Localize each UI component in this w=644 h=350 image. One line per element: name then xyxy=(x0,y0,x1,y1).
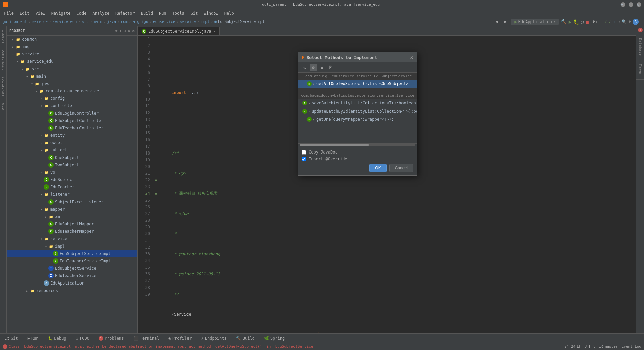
tree-item-EduSubjectService[interactable]: ▸ I EduSubjectService xyxy=(7,265,137,272)
menu-tools[interactable]: Tools xyxy=(170,10,187,16)
dialog-expand-btn[interactable]: ≡ xyxy=(318,64,326,71)
breadcrumb-service[interactable]: service xyxy=(32,19,47,24)
tree-item-src[interactable]: ▾ 📁 src xyxy=(7,65,137,73)
bottom-btn-terminal[interactable]: ⬛ Terminal xyxy=(131,335,161,341)
tree-item-controller[interactable]: ▾ 📁 controller xyxy=(7,102,137,110)
forward-btn[interactable]: ▶ xyxy=(502,18,509,25)
dialog-method-getAllOneTwoSubject[interactable]: m ▸ getAllOneTwoSubject():List<OneSubjec… xyxy=(298,80,417,88)
tree-item-config[interactable]: ▸ 📁 config xyxy=(7,95,137,102)
dialog-method-updateBatchById[interactable]: m ▸ updateBatchById(entityList:Collectio… xyxy=(298,107,417,115)
tree-item-EduApplication[interactable]: ▸ A EduApplication xyxy=(7,279,137,287)
breadcrumb-atguigu[interactable]: atguigu xyxy=(132,19,148,24)
side-tab-commit[interactable]: Commit xyxy=(0,26,6,46)
status-position[interactable]: 24:24 LF xyxy=(564,344,581,349)
tree-item-impl[interactable]: ▾ 📁 impl xyxy=(7,243,137,250)
tab-close-btn[interactable]: × xyxy=(213,29,216,34)
tree-item-mapper[interactable]: ▾ 📁 mapper xyxy=(7,206,137,213)
tree-item-img[interactable]: ▸ 📁 img xyxy=(7,43,137,50)
tree-item-EduTeacherServiceImpl[interactable]: ▸ C EduTeacherServiceImpl xyxy=(7,257,137,265)
dialog-method-saveBatch[interactable]: m ▸ saveBatch(entityList:Collection<T>):… xyxy=(298,99,417,107)
checkbox-copy-javadoc[interactable] xyxy=(302,150,306,155)
run-config-selector[interactable]: ▶ EduApplication ▾ xyxy=(511,19,558,25)
tree-item-OneSubject[interactable]: ▸ C OneSubject xyxy=(7,154,137,161)
sidebar-action-scroll[interactable]: ↕ xyxy=(120,29,122,33)
tree-item-entity[interactable]: ▸ 📁 entity xyxy=(7,132,137,139)
bottom-btn-problems[interactable]: 1 Problems xyxy=(97,335,126,341)
build-btn[interactable]: 🔨 xyxy=(561,19,567,25)
menu-file[interactable]: File xyxy=(1,10,16,16)
tree-item-common[interactable]: ▸ 📁 common xyxy=(7,36,137,43)
breadcrumb-service-edu[interactable]: service_edu xyxy=(52,19,77,24)
status-event-log[interactable]: Event Log xyxy=(621,344,641,349)
git-revert-btn[interactable]: ↺ xyxy=(618,19,620,24)
breadcrumb-guli-parent[interactable]: guli_parent xyxy=(3,19,27,24)
tree-item-EduSubjectMapper[interactable]: ▸ C EduSubjectMapper xyxy=(7,220,137,228)
tree-item-excel[interactable]: ▸ 📁 excel xyxy=(7,139,137,146)
stop-btn[interactable]: ■ xyxy=(586,19,589,25)
dialog-scrollbar[interactable] xyxy=(298,143,417,146)
sidebar-action-add[interactable]: ⊕ xyxy=(115,29,118,33)
side-tab-favorites[interactable]: Favorites xyxy=(0,73,6,100)
menu-navigate[interactable]: Navigate xyxy=(49,10,73,16)
tree-item-java[interactable]: ▾ 📁 java xyxy=(7,80,137,87)
tree-item-subject[interactable]: ▾ 📁 subject xyxy=(7,146,137,154)
dialog-sort-btn[interactable]: ⇅ xyxy=(301,64,308,71)
menu-run[interactable]: Run xyxy=(156,10,169,16)
git-push-btn[interactable]: ✓ xyxy=(609,19,611,24)
breadcrumb-impl[interactable]: impl xyxy=(201,19,210,24)
checkbox-insert-override[interactable] xyxy=(302,157,306,161)
menu-git[interactable]: Git xyxy=(188,10,201,16)
bottom-btn-profiler[interactable]: ◉ Profiler xyxy=(166,335,194,341)
status-encoding[interactable]: UTF-8 xyxy=(585,344,596,349)
menu-edit[interactable]: Edit xyxy=(17,10,32,16)
menu-view[interactable]: View xyxy=(33,10,48,16)
menu-help[interactable]: Help xyxy=(222,10,237,16)
breadcrumb-java[interactable]: java xyxy=(107,19,116,24)
run-btn[interactable]: ▶ xyxy=(569,19,571,25)
minimize-btn[interactable]: ─ xyxy=(621,2,625,7)
dialog-ok-btn[interactable]: OK xyxy=(369,164,386,172)
tree-item-service-folder[interactable]: ▾ 📁 service xyxy=(7,235,137,243)
bottom-btn-build[interactable]: 🔨 Build xyxy=(234,335,257,341)
menu-code[interactable]: Code xyxy=(74,10,89,16)
debug-btn[interactable]: 🐛 xyxy=(573,19,579,25)
tree-item-EduTeacherController[interactable]: ▸ C EduTeacherController xyxy=(7,124,137,132)
menu-build[interactable]: Build xyxy=(138,10,156,16)
tree-item-EduTeacherService[interactable]: ▸ I EduTeacherService xyxy=(7,272,137,279)
dialog-cancel-btn[interactable]: Cancel xyxy=(389,164,413,172)
dialog-settings-btn[interactable]: ⚙ xyxy=(310,64,317,71)
tree-item-EduTeacher[interactable]: ▸ C EduTeacher xyxy=(7,183,137,191)
user-avatar[interactable]: A xyxy=(633,19,639,25)
side-tab-maven[interactable]: Maven xyxy=(636,60,644,80)
search-btn[interactable]: 🔍 xyxy=(622,19,626,24)
dialog-copy-btn[interactable]: ⎘ xyxy=(327,64,334,71)
settings-btn[interactable]: ⚙ xyxy=(628,19,631,24)
side-tab-structure[interactable]: Structure xyxy=(0,46,6,73)
tree-item-SubjectExcelListener[interactable]: ▸ C SubjectExcelListener xyxy=(7,198,137,206)
tree-item-xml[interactable]: ▸ 📁 xml xyxy=(7,213,137,220)
bottom-btn-run[interactable]: ▶ Run xyxy=(25,335,41,341)
breadcrumb-src[interactable]: src xyxy=(82,19,89,24)
tree-item-EduLoginController[interactable]: ▸ C EduLoginController xyxy=(7,110,137,117)
tree-item-com-atguigu[interactable]: ▾ 📁 com.atguigu.eduservice xyxy=(7,87,137,95)
dialog-method-getOne[interactable]: m ▸ getOne(queryWrapper:Wrapper<T>):T xyxy=(298,115,417,123)
bottom-btn-endpoints[interactable]: ⚡ Endpoints xyxy=(199,335,229,341)
breadcrumb-com[interactable]: com xyxy=(121,19,128,24)
coverage-btn[interactable]: ◎ xyxy=(581,19,584,25)
bottom-btn-spring[interactable]: 🌿 Spring xyxy=(262,335,287,341)
tree-item-service[interactable]: ▾ 📁 service xyxy=(7,50,137,58)
close-btn[interactable]: × xyxy=(637,2,641,7)
back-btn[interactable]: ◀ xyxy=(493,18,500,25)
menu-analyze[interactable]: Analyze xyxy=(90,10,112,16)
git-update-btn[interactable]: ↑ xyxy=(613,19,615,24)
tree-item-EduSubject[interactable]: ▸ C EduSubject xyxy=(7,176,137,183)
side-tab-database[interactable]: Database xyxy=(636,34,644,60)
dialog-close-btn[interactable]: × xyxy=(410,54,413,61)
sidebar-action-settings[interactable]: ⚙ xyxy=(128,29,130,33)
breadcrumb-main[interactable]: main xyxy=(93,19,102,24)
breadcrumb-current-class[interactable]: EduSubjectServiceImpl xyxy=(218,19,265,24)
tree-item-resources[interactable]: ▸ 📁 resources xyxy=(7,287,137,294)
tab-EduSubjectServiceImpl[interactable]: C EduSubjectServiceImpl.java × xyxy=(138,27,220,35)
tree-item-TwoSubject[interactable]: ▸ C TwoSubject xyxy=(7,161,137,169)
tree-item-service-edu[interactable]: ▾ 📁 service_edu xyxy=(7,58,137,65)
